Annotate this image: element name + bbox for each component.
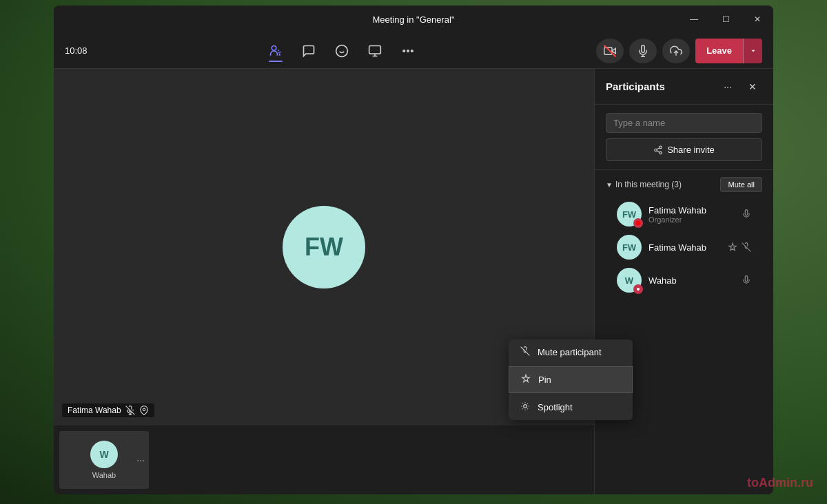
participant-muted-icon-p2: [742, 242, 751, 252]
panel-search-area: Share invite: [595, 105, 773, 170]
mute-icon: [125, 406, 135, 415]
chat-icon-btn[interactable]: [295, 39, 323, 63]
chevron-down-icon: ▼: [606, 181, 613, 189]
participant-badge-p3: [633, 284, 643, 294]
svg-line-25: [742, 243, 751, 252]
svg-line-22: [657, 150, 660, 151]
participants-panel: Participants ··· ✕ Share invite: [594, 69, 773, 494]
panel-close-button[interactable]: ✕: [743, 77, 762, 96]
spotlight-icon: [520, 401, 531, 413]
participant-item-p1[interactable]: FW Fatima Wahab Organizer: [606, 198, 762, 231]
mic-toggle-button[interactable]: [629, 39, 657, 63]
thumb-avatar-wahab: W: [90, 441, 118, 468]
thumbnail-wahab[interactable]: W Wahab ···: [59, 431, 149, 489]
share-invite-label: Share invite: [667, 145, 715, 155]
participant-name-p2: Fatima Wahab: [649, 242, 721, 253]
participant-icons-p2: [728, 242, 751, 252]
svg-point-21: [660, 151, 662, 154]
svg-point-16: [143, 408, 145, 411]
toolbar-right-actions: Leave: [596, 39, 762, 63]
app-window: Meeting in "General" — ☐ ✕ 10:08: [54, 6, 773, 494]
thumb-more-btn[interactable]: ···: [136, 454, 145, 465]
participant-avatar-p3: W: [617, 268, 642, 293]
svg-point-5: [403, 50, 405, 52]
leave-dropdown-button[interactable]: [743, 39, 762, 63]
participant-mic-icon-p1: [742, 209, 751, 219]
spotlight-label: Spotlight: [538, 402, 573, 412]
in-meeting-section: ▼ In this meeting (3) Mute all FW Fatima: [595, 170, 773, 301]
svg-rect-4: [369, 45, 380, 54]
participant-info-p3: Wahab: [649, 275, 735, 286]
minimize-button[interactable]: —: [678, 6, 710, 33]
participant-item-p2[interactable]: FW Fatima Wahab: [606, 231, 762, 264]
in-meeting-label: ▼ In this meeting (3): [606, 180, 682, 189]
panel-more-button[interactable]: ···: [718, 77, 737, 96]
panel-header: Participants ··· ✕: [595, 69, 773, 105]
svg-point-20: [655, 149, 657, 151]
main-participant-name-label: Fatima Wahab: [68, 406, 121, 415]
svg-point-18: [524, 405, 527, 408]
participant-icons-p3: [742, 275, 751, 285]
svg-point-0: [272, 45, 276, 50]
main-video-label: Fatima Wahab: [62, 403, 154, 417]
more-options-icon-btn[interactable]: [394, 39, 422, 63]
svg-line-23: [657, 147, 660, 149]
mute-participant-label: Mute participant: [538, 347, 602, 357]
svg-point-26: [637, 288, 640, 291]
window-title: Meeting in "General": [372, 14, 454, 25]
close-button[interactable]: ✕: [742, 6, 773, 33]
watermark: toAdmin.ru: [747, 476, 813, 490]
share-invite-button[interactable]: Share invite: [606, 138, 762, 161]
toolbar: 10:08: [54, 33, 773, 69]
participant-avatar-p1: FW: [617, 202, 642, 227]
pin-icon: [139, 406, 149, 415]
main-participant-initials: FW: [305, 233, 343, 262]
main-content: FW Fatima Wahab W Wahab ···: [54, 69, 773, 494]
leave-button-group: Leave: [695, 39, 762, 63]
svg-line-17: [521, 347, 530, 356]
participant-search-input[interactable]: [606, 113, 762, 133]
pin-label: Pin: [538, 375, 551, 385]
leave-button[interactable]: Leave: [695, 39, 743, 63]
participant-item-p3[interactable]: W Wahab: [606, 264, 762, 297]
context-menu: Mute participant Pin: [509, 339, 633, 420]
participant-name-p1: Fatima Wahab: [649, 205, 735, 216]
thumbnail-strip: W Wahab ···: [54, 426, 594, 494]
thumb-label-wahab: Wahab: [92, 471, 116, 479]
context-menu-pin[interactable]: Pin: [509, 366, 633, 393]
share-button[interactable]: [662, 39, 690, 63]
main-participant-avatar: FW: [283, 206, 365, 288]
participant-mic-icon-p3: [742, 275, 751, 285]
participant-pin-icon-p2: [728, 242, 737, 252]
in-meeting-header: ▼ In this meeting (3) Mute all: [606, 177, 762, 192]
pin-icon: [520, 374, 531, 386]
participant-initials-p2: FW: [622, 242, 636, 253]
camera-toggle-button[interactable]: [596, 39, 624, 63]
meeting-time: 10:08: [65, 45, 88, 56]
panel-title: Participants: [606, 81, 665, 92]
participant-initials-p1: FW: [622, 209, 636, 220]
participant-info-p1: Fatima Wahab Organizer: [649, 205, 735, 224]
participant-avatar-p2: FW: [617, 235, 642, 260]
svg-point-7: [411, 50, 413, 52]
participants-icon-btn[interactable]: [262, 39, 289, 63]
panel-header-icons: ··· ✕: [718, 77, 762, 96]
context-menu-spotlight[interactable]: Spotlight: [509, 395, 633, 420]
participant-role-p1: Organizer: [649, 216, 735, 224]
mute-all-button[interactable]: Mute all: [720, 177, 762, 192]
svg-point-6: [407, 50, 409, 52]
svg-point-1: [336, 45, 347, 56]
participant-initials-p3: W: [625, 275, 633, 286]
context-menu-mute[interactable]: Mute participant: [509, 339, 633, 365]
toolbar-center-icons: [88, 39, 597, 63]
mute-participant-icon: [520, 346, 531, 358]
window-controls: — ☐ ✕: [678, 6, 773, 33]
video-area: FW Fatima Wahab W Wahab ···: [54, 69, 594, 494]
svg-point-19: [660, 146, 662, 149]
maximize-button[interactable]: ☐: [710, 6, 742, 33]
screen-share-icon-btn[interactable]: [361, 39, 389, 63]
organizer-badge-p1: [633, 218, 643, 228]
reactions-icon-btn[interactable]: [328, 39, 356, 63]
participant-info-p2: Fatima Wahab: [649, 242, 721, 253]
participant-name-p3: Wahab: [649, 275, 735, 286]
